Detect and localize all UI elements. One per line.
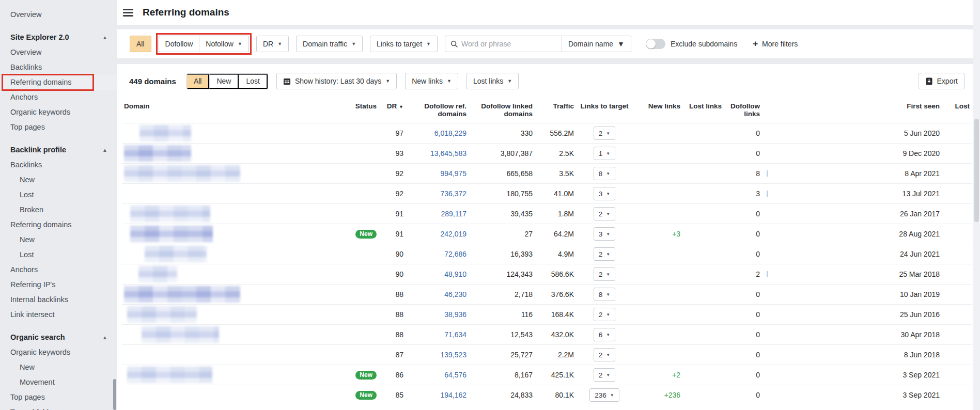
links-to-target-select[interactable]: 2▼ (594, 267, 615, 281)
sidebar-section-backlink-profile[interactable]: Backlink profile▲ (0, 143, 117, 157)
links-to-target-select[interactable]: 3▼ (594, 187, 615, 200)
sidebar-section-site-explorer-2-0[interactable]: Site Explorer 2.0▲ (0, 30, 117, 45)
sidebar-item-backlinks[interactable]: Backlinks (0, 157, 117, 172)
sidebar-item-referring-domains[interactable]: Referring domains (0, 75, 117, 90)
sidebar-item-movement[interactable]: Movement (0, 375, 117, 390)
dofollow-ref-domains-link[interactable]: 64,576 (444, 371, 466, 379)
seg-all-button[interactable]: All (187, 74, 210, 89)
col-header-status[interactable]: Status (340, 102, 377, 110)
sidebar-item-broken[interactable]: Broken (0, 202, 117, 217)
links-to-target-select[interactable]: 8▼ (594, 167, 615, 180)
sidebar-item-lost[interactable]: Lost (0, 187, 117, 202)
links-to-target-select[interactable]: 236▼ (589, 388, 619, 402)
col-header-new-links[interactable]: New links (635, 102, 680, 110)
sidebar-item-backlinks[interactable]: Backlinks (0, 60, 117, 75)
page-scrollbar[interactable] (973, 0, 980, 410)
more-filters-button[interactable]: + More filters (753, 39, 798, 49)
col-header-domain[interactable]: Domain (124, 102, 340, 110)
sidebar-item-lost[interactable]: Lost (0, 247, 117, 262)
links-to-target-select[interactable]: 2▼ (594, 127, 615, 140)
lost-links-dropdown[interactable]: Lost links ▼ (466, 73, 519, 89)
dofollow-ref-domains-link[interactable]: 736,372 (440, 190, 466, 198)
links-to-target-select[interactable]: 1▼ (594, 147, 615, 160)
sidebar-item-link-intersect[interactable]: Link intersect (0, 307, 117, 322)
col-header-links-to-target[interactable]: Links to target (574, 102, 635, 110)
sidebar-item-referring-domains[interactable]: Referring domains (0, 217, 117, 232)
sidebar-item-organic-keywords[interactable]: Organic keywords (0, 345, 117, 360)
export-button[interactable]: Export (919, 73, 965, 89)
links-to-target-select[interactable]: 2▼ (594, 247, 615, 261)
domain-cell[interactable] (124, 224, 340, 244)
links-to-target-select[interactable]: 8▼ (594, 288, 615, 301)
filter-all-button[interactable]: All (130, 36, 151, 52)
domain-cell[interactable] (124, 264, 340, 284)
seg-lost-button[interactable]: Lost (239, 74, 267, 89)
sidebar-item-overview[interactable]: Overview (0, 7, 117, 22)
col-header-dofollow-ref-domains[interactable]: Dofollow ref. domains (403, 102, 466, 118)
sidebar-section-organic-search[interactable]: Organic search▲ (0, 330, 117, 345)
dofollow-ref-domains-link[interactable]: 13,645,583 (430, 149, 466, 157)
sidebar-scrollbar-thumb[interactable] (113, 379, 116, 410)
domain-cell[interactable] (124, 285, 340, 304)
dofollow-ref-domains-link[interactable]: 289,117 (441, 210, 466, 218)
domain-cell[interactable] (124, 204, 340, 224)
domain-cell[interactable] (124, 123, 340, 143)
sidebar-scrollbar[interactable] (113, 0, 117, 410)
domain-cell[interactable] (124, 184, 340, 203)
sidebar-item-top-subfolders[interactable]: Top subfolders (0, 405, 117, 410)
show-history-button[interactable]: Show history: Last 30 days ▼ (276, 73, 397, 89)
dofollow-ref-domains-link[interactable]: 6,018,229 (434, 129, 466, 137)
sidebar-item-top-pages[interactable]: Top pages (0, 120, 117, 135)
domain-cell[interactable] (124, 325, 340, 344)
links-to-target-select[interactable]: 2▼ (594, 207, 615, 220)
dofollow-ref-domains-link[interactable]: 72,686 (444, 250, 466, 258)
links-to-target-select[interactable]: 2▼ (594, 308, 615, 321)
col-header-lost[interactable]: Lost (940, 102, 970, 110)
domain-cell[interactable] (124, 305, 340, 324)
filter-domain-traffic-button[interactable]: Domain traffic ▼ (296, 36, 363, 52)
col-header-dofollow-links[interactable]: Dofollow links (722, 102, 769, 118)
sidebar-item-anchors[interactable]: Anchors (0, 262, 117, 277)
search-mode-select[interactable]: Domain name ▼ (562, 36, 631, 52)
col-header-traffic[interactable]: Traffic (533, 102, 574, 110)
sidebar-item-top-pages[interactable]: Top pages (0, 390, 117, 405)
filter-nofollow-button[interactable]: Nofollow ▼ (199, 36, 249, 52)
dofollow-ref-domains-link[interactable]: 194,162 (440, 391, 466, 399)
col-header-first-seen[interactable]: First seen (769, 102, 940, 110)
sidebar-item-anchors[interactable]: Anchors (0, 90, 117, 105)
dofollow-ref-domains-link[interactable]: 71,634 (444, 330, 466, 339)
dofollow-ref-domains-link[interactable]: 994,975 (440, 169, 466, 178)
sidebar-item-overview[interactable]: Overview (0, 45, 117, 60)
sidebar-item-referring-ip-s[interactable]: Referring IP's (0, 277, 117, 292)
links-to-target-select[interactable]: 6▼ (594, 328, 615, 341)
links-to-target-select[interactable]: 2▼ (594, 348, 615, 361)
dofollow-ref-domains-link[interactable]: 38,936 (444, 310, 466, 319)
dofollow-ref-domains-link[interactable]: 46,230 (444, 290, 466, 298)
links-to-target-select[interactable]: 2▼ (594, 368, 615, 382)
dofollow-ref-domains-link[interactable]: 242,019 (440, 230, 466, 238)
page-scrollbar-thumb[interactable] (974, 119, 979, 222)
domain-cell[interactable] (124, 345, 340, 365)
domain-cell[interactable] (124, 244, 340, 264)
hamburger-menu-icon[interactable] (123, 9, 133, 17)
filter-dr-button[interactable]: DR ▼ (256, 36, 289, 52)
filter-dofollow-button[interactable]: Dofollow (159, 36, 199, 52)
sidebar-item-internal-backlinks[interactable]: Internal backlinks (0, 292, 117, 307)
col-header-dr[interactable]: DR ▼ (377, 102, 403, 110)
col-header-lost-links[interactable]: Lost links (680, 102, 722, 110)
filter-links-to-target-button[interactable]: Links to target ▼ (370, 36, 438, 52)
domain-cell[interactable] (124, 164, 340, 183)
domain-cell[interactable] (124, 144, 340, 163)
sidebar-item-new[interactable]: New (0, 232, 117, 247)
domain-cell[interactable] (124, 365, 340, 385)
col-header-dofollow-linked-domains[interactable]: Dofollow linked domains (466, 102, 533, 118)
sidebar-item-organic-keywords[interactable]: Organic keywords (0, 105, 117, 120)
dofollow-ref-domains-link[interactable]: 139,523 (440, 351, 466, 359)
seg-new-button[interactable]: New (209, 74, 239, 89)
links-to-target-select[interactable]: 3▼ (594, 227, 615, 241)
search-input[interactable] (458, 40, 562, 48)
domain-cell[interactable] (124, 385, 340, 405)
sidebar-item-new[interactable]: New (0, 172, 117, 187)
sidebar-item-new[interactable]: New (0, 360, 117, 375)
exclude-subdomains-toggle[interactable] (646, 39, 665, 49)
